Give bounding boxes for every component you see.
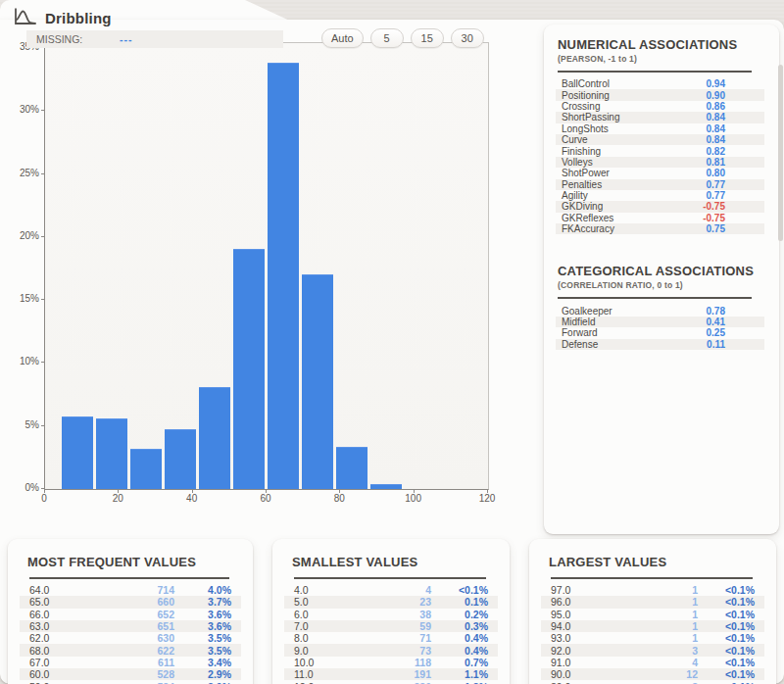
association-row[interactable]: ShotPower 0.80	[556, 168, 764, 178]
value-table-row: 95.0 1 <0.1%	[541, 609, 764, 620]
cell-count: 3	[608, 645, 698, 657]
association-label: BallControl	[562, 78, 610, 89]
cell-percent: <0.1%	[698, 584, 755, 596]
histogram-bar	[233, 249, 265, 489]
histogram-bar	[336, 447, 368, 489]
cell-value: 91.0	[551, 657, 608, 668]
scrollbar-thumb[interactable]	[778, 65, 783, 241]
cell-count: 714	[86, 584, 174, 596]
x-tick-label: 0	[24, 493, 64, 504]
association-label: Agility	[562, 190, 588, 201]
bin-button-15[interactable]: 15	[411, 28, 444, 48]
association-row[interactable]: FKAccuracy 0.75	[556, 223, 764, 234]
y-tick-mark	[41, 173, 45, 174]
association-row[interactable]: Goalkeeper 0.78	[556, 305, 764, 316]
cell-count: 191	[351, 668, 431, 680]
histogram-bar	[62, 416, 93, 489]
cell-value: 92.0	[551, 645, 608, 657]
association-label: LongShots	[562, 123, 609, 134]
cell-count: 38	[351, 609, 431, 620]
association-row[interactable]: ShortPassing 0.84	[556, 112, 764, 122]
association-row[interactable]: Curve 0.84	[556, 134, 764, 145]
value-table-row: 9.0 73 0.4%	[284, 644, 498, 656]
association-value: 0.11	[707, 339, 725, 350]
association-row[interactable]: Agility 0.77	[556, 190, 764, 201]
association-value: 0.77	[707, 179, 725, 190]
cell-value: 7.0	[294, 620, 351, 632]
cell-value: 5.0	[294, 596, 351, 608]
association-row[interactable]: Finishing 0.82	[556, 145, 764, 156]
association-label: Curve	[562, 134, 588, 145]
association-row[interactable]: Positioning 0.90	[556, 89, 764, 100]
association-row[interactable]: Volleys 0.81	[556, 157, 764, 168]
association-row[interactable]: Midfield 0.41	[556, 317, 764, 327]
value-table-row: 68.0 622 3.5%	[20, 644, 241, 656]
cell-percent: 2.9%	[174, 668, 231, 680]
association-value: 0.80	[707, 168, 725, 178]
value-table-row: 89.0 8 <0.1%	[541, 680, 764, 684]
cell-count: 651	[86, 620, 174, 632]
x-tick-mark	[266, 489, 267, 493]
y-tick-label: 15%	[0, 293, 39, 305]
value-table-row: 4.0 4 <0.1%	[284, 584, 498, 596]
cell-count: 524	[86, 681, 174, 684]
cell-percent: <0.1%	[698, 668, 755, 680]
feature-header[interactable]: Dribbling	[14, 6, 112, 29]
value-table-row: 8.0 71 0.4%	[284, 632, 498, 644]
cell-value: 68.0	[29, 645, 86, 657]
association-value: 0.78	[707, 306, 725, 317]
cell-value: 10.0	[294, 657, 351, 668]
cell-count: 8	[608, 681, 698, 684]
cell-percent: <0.1%	[698, 596, 755, 608]
association-value: 0.90	[707, 90, 725, 101]
association-label: ShortPassing	[562, 112, 619, 122]
cell-value: 60.0	[29, 668, 86, 680]
value-table-row: 65.0 660 3.7%	[20, 596, 241, 608]
association-row[interactable]: Crossing 0.86	[556, 101, 764, 112]
value-table-title: SMALLEST VALUES	[292, 555, 490, 569]
cell-count: 1	[608, 609, 698, 620]
bin-button-30[interactable]: 30	[451, 28, 484, 48]
categorical-associations-subtitle: (CORRELATION RATIO, 0 to 1)	[558, 280, 765, 290]
cell-value: 96.0	[551, 596, 608, 608]
histogram-bar	[130, 449, 162, 489]
association-row[interactable]: Forward 0.25	[556, 327, 764, 338]
cell-count: 1	[608, 632, 698, 644]
cell-count: 622	[86, 645, 174, 657]
y-tick-label: 5%	[0, 419, 39, 431]
cell-percent: 0.7%	[431, 657, 488, 668]
association-row[interactable]: GKDiving -0.75	[556, 201, 764, 212]
numerical-associations-title: NUMERICAL ASSOCIATIONS	[558, 37, 765, 52]
value-table-row: 96.0 1 <0.1%	[541, 596, 764, 608]
histogram-bar	[370, 484, 402, 489]
association-label: Defense	[562, 339, 598, 350]
cell-count: 73	[351, 645, 431, 657]
association-row[interactable]: GKReflexes -0.75	[556, 213, 764, 223]
divider	[29, 577, 229, 579]
association-row[interactable]: Penalties 0.77	[556, 179, 764, 190]
x-tick-mark	[118, 489, 119, 493]
value-table-row: 62.0 630 3.5%	[20, 632, 241, 644]
value-table-row: 12.0 230 1.3%	[284, 680, 498, 684]
y-tick-mark	[41, 299, 45, 300]
numerical-associations-list: BallControl 0.94 Positioning 0.90 Crossi…	[544, 78, 779, 234]
numerical-associations-section: NUMERICAL ASSOCIATIONS (PEARSON, -1 to 1…	[544, 24, 779, 234]
value-table-row: 5.0 23 0.1%	[284, 596, 498, 608]
value-table-card: SMALLEST VALUES 4.0 4 <0.1% 5.0 23 0.1% …	[272, 539, 510, 684]
divider	[294, 577, 486, 579]
cell-value: 64.0	[29, 584, 86, 596]
histogram-bar	[268, 63, 299, 489]
association-row[interactable]: BallControl 0.94	[556, 78, 764, 89]
value-table-row: 63.0 651 3.6%	[20, 620, 241, 632]
association-value: 0.81	[707, 157, 725, 168]
cell-count: 71	[351, 632, 431, 644]
cell-count: 118	[351, 657, 431, 668]
x-tick-label: 40	[172, 493, 212, 504]
bin-button-5[interactable]: 5	[370, 28, 404, 48]
association-row[interactable]: LongShots 0.84	[556, 123, 764, 134]
association-row[interactable]: Defense 0.11	[556, 339, 764, 350]
bin-button-auto[interactable]: Auto	[321, 28, 364, 48]
association-value: 0.82	[707, 146, 725, 157]
y-tick-label: 20%	[0, 230, 39, 242]
histogram-bar	[96, 418, 127, 489]
